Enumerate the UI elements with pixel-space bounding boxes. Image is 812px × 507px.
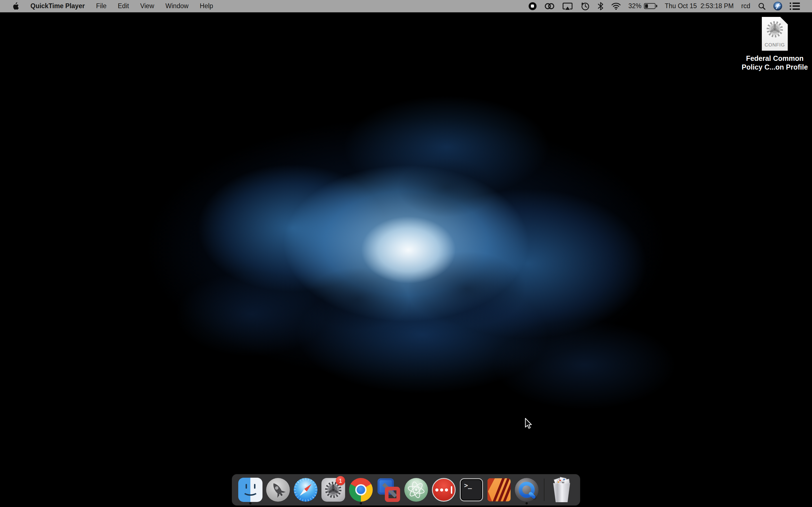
time-machine-icon[interactable] [580, 2, 590, 11]
chrome-icon [349, 478, 373, 502]
battery-icon [644, 3, 656, 9]
dock: 1 [232, 474, 580, 506]
dock-item-launchpad[interactable] [266, 474, 290, 505]
dock-item-terminal[interactable]: >_ [459, 474, 484, 505]
wifi-icon[interactable] [611, 2, 621, 11]
battery-indicator[interactable]: 32% [628, 2, 657, 10]
bluetooth-icon[interactable] [598, 2, 604, 11]
menu-bar-clock[interactable]: Thu Oct 15 2:53:18 PM [665, 2, 733, 10]
user-avatar-icon[interactable] [773, 2, 782, 10]
dock-item-affinity-publisher[interactable] [487, 474, 511, 505]
lastpass-icon [432, 478, 456, 502]
atom-icon [404, 478, 428, 502]
running-indicator [525, 502, 528, 504]
notification-badge: 1 [336, 476, 345, 485]
wallpaper [0, 0, 812, 507]
battery-percent-label: 32% [628, 2, 642, 10]
terminal-icon: >_ [460, 478, 483, 501]
desktop-file-label: Federal Common Policy C...on Profile [741, 54, 809, 71]
dock-item-chrome[interactable] [349, 474, 373, 505]
dock-item-lastpass[interactable] [432, 474, 456, 505]
vmware-fusion-icon [376, 478, 401, 502]
terminal-prompt-glyph: >_ [464, 482, 472, 489]
notification-center-icon[interactable] [790, 3, 800, 10]
menu-file[interactable]: File [96, 2, 107, 10]
dock-item-trash[interactable] [549, 474, 574, 505]
dock-item-vmware-fusion[interactable] [376, 474, 401, 505]
desktop-screen: QuickTime Player File Edit View Window H… [0, 0, 812, 507]
creative-cloud-icon[interactable] [544, 2, 555, 11]
running-indicator [249, 502, 252, 504]
menu-help[interactable]: Help [200, 2, 213, 10]
config-gear-icon [765, 20, 784, 39]
dock-separator [544, 478, 545, 501]
config-type-label: CONFIG [762, 42, 788, 48]
screen-recording-stop-icon[interactable] [529, 2, 537, 10]
apple-menu-icon[interactable] [12, 2, 19, 10]
mouse-cursor [524, 418, 533, 431]
launchpad-icon [266, 478, 290, 502]
trash-full-icon [551, 477, 572, 502]
dock-item-quicktime-player[interactable] [514, 474, 539, 505]
fast-user-switch-label[interactable]: rcd [741, 2, 750, 10]
running-indicator [360, 502, 362, 504]
dock-item-atom[interactable] [404, 474, 428, 505]
dock-item-safari[interactable] [293, 474, 318, 505]
menu-bar: QuickTime Player File Edit View Window H… [0, 0, 812, 12]
dock-item-finder[interactable] [238, 474, 263, 505]
menu-edit[interactable]: Edit [118, 2, 129, 10]
desktop-file-federal-common-policy[interactable]: CONFIG Federal Common Policy C...on Prof… [741, 17, 809, 71]
quicktime-icon [515, 478, 539, 502]
menu-window[interactable]: Window [165, 2, 189, 10]
finder-icon [238, 478, 262, 502]
battery-icon-nub [656, 5, 657, 7]
spotlight-search-icon[interactable] [758, 2, 766, 11]
affinity-publisher-icon [488, 478, 511, 501]
active-app-menu[interactable]: QuickTime Player [31, 2, 85, 10]
config-file-icon: CONFIG [762, 17, 788, 51]
airplay-display-icon[interactable] [562, 2, 573, 11]
menu-view[interactable]: View [140, 2, 154, 10]
dock-item-system-preferences[interactable]: 1 [321, 474, 346, 505]
safari-icon [294, 478, 317, 502]
